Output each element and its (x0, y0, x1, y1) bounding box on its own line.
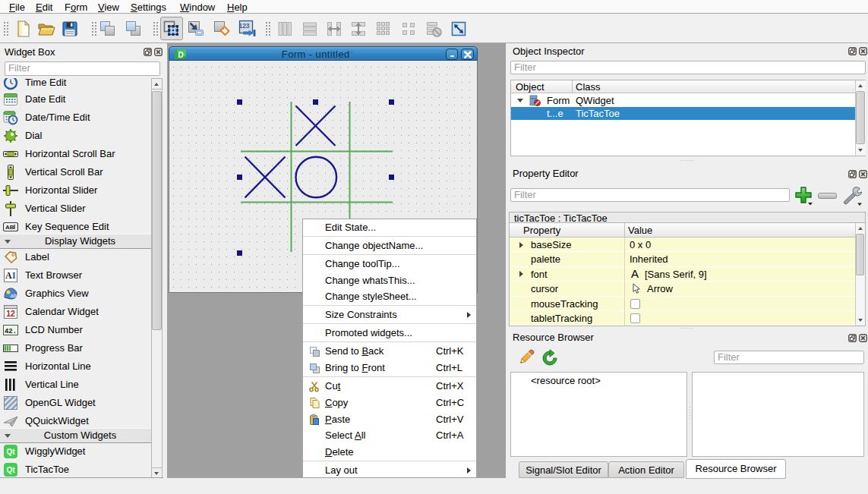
svg-text:AB: AB (5, 224, 14, 231)
svg-text:42.: 42. (5, 328, 17, 335)
svg-text:Qt: Qt (6, 448, 15, 456)
svg-text:A: A (5, 270, 12, 281)
svg-text:I: I (12, 270, 16, 281)
svg-text:123: 123 (238, 22, 249, 30)
svg-text:abc: abc (11, 293, 19, 298)
svg-text:Qt: Qt (6, 466, 15, 474)
svg-text:12: 12 (6, 309, 15, 318)
